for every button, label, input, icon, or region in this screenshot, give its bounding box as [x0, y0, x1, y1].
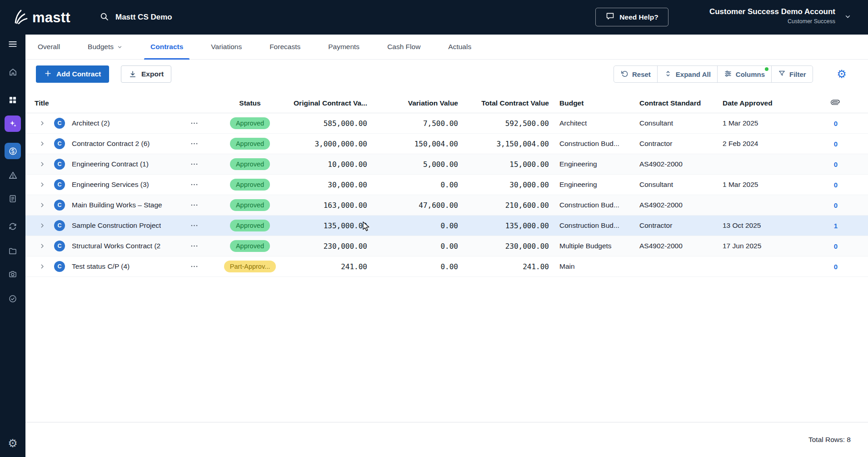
need-help-button[interactable]: Need Help? — [595, 8, 668, 26]
status-badge: Approved — [230, 179, 270, 191]
row-menu-icon[interactable] — [190, 160, 199, 169]
header-variation-value[interactable]: Variation Value — [368, 99, 459, 107]
columns-button[interactable]: Columns — [718, 66, 772, 82]
expand-all-button[interactable]: Expand All — [658, 66, 718, 82]
table-row[interactable]: C Structural Works Contract (2 Approved … — [25, 236, 868, 256]
row-expand-chevron-icon[interactable] — [35, 263, 50, 270]
dashboard-icon[interactable] — [5, 92, 21, 108]
tab-payments[interactable]: Payments — [322, 35, 366, 59]
checklist-icon[interactable] — [5, 291, 21, 307]
table-row[interactable]: C Architect (2) Approved 585,000.00 7,50… — [25, 113, 868, 134]
table-row[interactable]: C Sample Construction Project Approved 1… — [25, 216, 868, 236]
table-body: C Architect (2) Approved 585,000.00 7,50… — [25, 113, 868, 277]
camera-icon[interactable] — [5, 266, 21, 282]
filter-button[interactable]: Filter — [772, 66, 813, 82]
tab-variations[interactable]: Variations — [205, 35, 248, 59]
row-title[interactable]: Sample Construction Project — [72, 221, 161, 230]
settings-gear-icon[interactable]: ⚙ — [5, 435, 21, 452]
tab-forecasts[interactable]: Forecasts — [263, 35, 307, 59]
menu-icon[interactable] — [5, 36, 21, 52]
tab-overall[interactable]: Overall — [31, 35, 66, 59]
cell-contract-standard: Consultant — [630, 119, 713, 127]
header-date-approved[interactable]: Date Approved — [713, 99, 804, 107]
status-badge: Approved — [230, 240, 270, 252]
cell-original-value: 10,000.00 — [277, 160, 368, 169]
row-title[interactable]: Test status C/P (4) — [72, 262, 130, 271]
cell-attachments-count[interactable]: 1 — [804, 222, 859, 230]
row-expand-chevron-icon[interactable] — [35, 181, 50, 188]
account-menu[interactable]: Customer Success Demo Account Customer S… — [709, 7, 835, 25]
table-row[interactable]: C Main Building Works – Stage Approved 1… — [25, 195, 868, 216]
project-search[interactable]: Mastt CS Demo — [100, 0, 172, 35]
row-expand-chevron-icon[interactable] — [35, 222, 50, 229]
status-badge: Approved — [230, 220, 270, 231]
tab-actuals[interactable]: Actuals — [442, 35, 478, 59]
cell-attachments-count[interactable]: 0 — [804, 263, 859, 271]
header-contract-standard[interactable]: Contract Standard — [630, 99, 713, 107]
cell-total-value: 15,000.00 — [459, 160, 550, 169]
table-row[interactable]: C Test status C/P (4) Part-Approv... 241… — [25, 256, 868, 277]
row-title-cell: C Engineering Services (3) — [50, 175, 223, 195]
cell-total-value: 592,500.00 — [459, 119, 550, 128]
row-title[interactable]: Contractor Contract 2 (6) — [72, 140, 150, 148]
cell-date-approved: 1 Mar 2025 — [713, 119, 804, 127]
row-title[interactable]: Engineering Services (3) — [72, 181, 149, 189]
cell-contract-standard: Contractor — [630, 221, 713, 230]
home-icon[interactable] — [5, 64, 21, 80]
sync-icon[interactable] — [5, 218, 21, 235]
row-menu-icon[interactable] — [190, 140, 199, 148]
tab-cash-flow[interactable]: Cash Flow — [381, 35, 427, 59]
row-title-cell: C Structural Works Contract (2 — [50, 236, 223, 256]
header-original-contract-value[interactable]: Original Contract Va... — [277, 99, 368, 107]
row-menu-icon[interactable] — [190, 119, 199, 128]
add-contract-button[interactable]: Add Contract — [36, 65, 109, 83]
row-title[interactable]: Architect (2) — [72, 119, 110, 127]
contract-avatar: C — [54, 261, 65, 272]
row-menu-icon[interactable] — [190, 201, 199, 210]
cell-attachments-count[interactable]: 0 — [804, 181, 859, 189]
table-settings-gear-icon[interactable]: ⚙ — [832, 65, 852, 84]
row-title[interactable]: Main Building Works – Stage — [72, 201, 162, 209]
cell-budget: Architect — [550, 119, 630, 127]
cell-attachments-count[interactable]: 0 — [804, 120, 859, 127]
cell-contract-standard: AS4902-2000 — [630, 242, 713, 250]
contract-avatar: C — [54, 138, 65, 149]
reset-button[interactable]: Reset — [614, 66, 658, 82]
cell-attachments-count[interactable]: 0 — [804, 242, 859, 250]
row-expand-chevron-icon[interactable] — [35, 120, 50, 126]
tab-contracts[interactable]: Contracts — [144, 35, 190, 59]
row-menu-icon[interactable] — [190, 221, 199, 230]
row-expand-chevron-icon[interactable] — [35, 161, 50, 167]
cell-original-value: 230,000.00 — [277, 242, 368, 251]
row-menu-icon[interactable] — [190, 242, 199, 251]
tab-budgets[interactable]: Budgets — [81, 35, 129, 59]
cell-total-value: 135,000.00 — [459, 221, 550, 230]
row-menu-icon[interactable] — [190, 262, 199, 271]
cell-attachments-count[interactable]: 0 — [804, 161, 859, 168]
cell-attachments-count[interactable]: 0 — [804, 201, 859, 209]
table-row[interactable]: C Engineering Contract (1) Approved 10,0… — [25, 154, 868, 175]
mastt-logo[interactable]: mastt — [13, 9, 70, 26]
row-expand-chevron-icon[interactable] — [35, 141, 50, 147]
row-title[interactable]: Engineering Contract (1) — [72, 160, 149, 168]
row-title[interactable]: Structural Works Contract (2 — [72, 242, 160, 250]
table-row[interactable]: C Contractor Contract 2 (6) Approved 3,0… — [25, 134, 868, 154]
status-badge: Part-Approv... — [224, 261, 276, 272]
cost-dollar-icon[interactable] — [5, 143, 21, 159]
row-expand-chevron-icon[interactable] — [35, 202, 50, 208]
folder-icon[interactable] — [5, 243, 21, 259]
header-title[interactable]: Title — [35, 99, 223, 107]
header-attachments[interactable] — [804, 98, 859, 108]
chevron-down-icon[interactable] — [844, 13, 852, 22]
row-menu-icon[interactable] — [190, 181, 199, 189]
header-budget[interactable]: Budget — [550, 99, 630, 107]
row-expand-chevron-icon[interactable] — [35, 243, 50, 249]
table-row[interactable]: C Engineering Services (3) Approved 30,0… — [25, 175, 868, 195]
header-total-contract-value[interactable]: Total Contract Value — [459, 99, 550, 107]
header-status[interactable]: Status — [223, 99, 277, 107]
export-button[interactable]: Export — [121, 65, 171, 83]
report-icon[interactable] — [5, 191, 21, 207]
cell-attachments-count[interactable]: 0 — [804, 140, 859, 148]
risk-warning-icon[interactable] — [5, 167, 21, 183]
ai-sparkle-icon[interactable] — [5, 116, 21, 132]
